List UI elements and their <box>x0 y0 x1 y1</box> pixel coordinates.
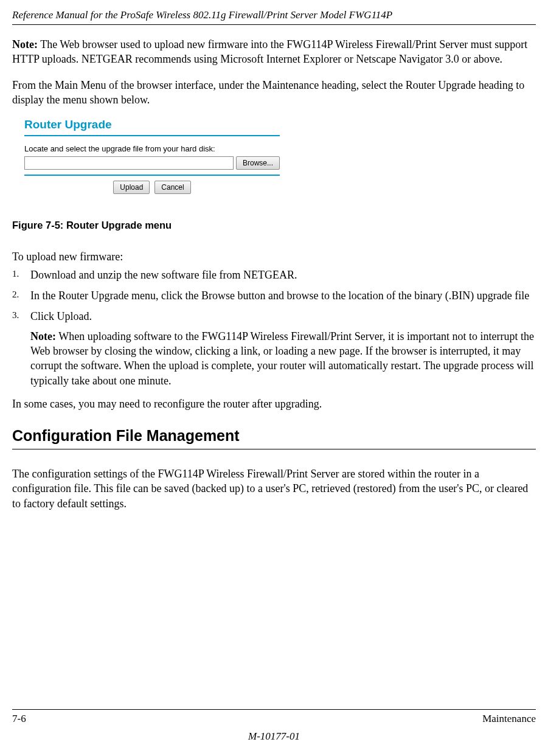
paragraph-3: The configuration settings of the FWG114… <box>12 466 536 511</box>
footer-row: 7-6 Maintenance <box>12 709 536 726</box>
step-number: 1. <box>12 268 30 282</box>
router-upgrade-title: Router Upgrade <box>24 117 280 136</box>
note-label: Note: <box>12 38 38 50</box>
list-item: 2. In the Router Upgrade menu, click the… <box>12 288 536 303</box>
step-number: 2. <box>12 288 30 303</box>
step-text: Download and unzip the new software file… <box>30 268 536 282</box>
file-input-row: Browse... <box>24 156 280 176</box>
page-number: 7-6 <box>12 712 26 726</box>
note-paragraph: Note: The Web browser used to upload new… <box>12 37 536 67</box>
step-note-label: Note: <box>30 330 56 342</box>
list-intro: To upload new firmware: <box>12 249 536 264</box>
step-number: 3. <box>12 309 30 387</box>
step-note: Note: When uploading software to the FWG… <box>30 329 536 388</box>
figure-caption: Figure 7-5: Router Upgrade menu <box>12 218 536 232</box>
paragraph-1: From the Main Menu of the browser interf… <box>12 78 536 108</box>
browse-button[interactable]: Browse... <box>236 156 280 170</box>
router-upgrade-instruction: Locate and select the upgrade file from … <box>24 144 280 154</box>
step-text: Click Upload. <box>30 309 536 324</box>
step-content: Click Upload. Note: When uploading softw… <box>30 309 536 387</box>
section-name: Maintenance <box>482 712 536 726</box>
note-text: The Web browser used to upload new firmw… <box>12 38 527 65</box>
steps-list: 1. Download and unzip the new software f… <box>12 268 536 388</box>
page-footer: 7-6 Maintenance M-10177-01 <box>12 709 536 744</box>
header-title: Reference Manual for the ProSafe Wireles… <box>12 9 392 21</box>
upload-button[interactable]: Upload <box>113 181 150 194</box>
step-note-text: When uploading software to the FWG114P W… <box>30 330 534 387</box>
router-upgrade-panel: Router Upgrade Locate and select the upg… <box>24 117 280 194</box>
list-item: 3. Click Upload. Note: When uploading so… <box>12 309 536 387</box>
document-number: M-10177-01 <box>12 730 536 744</box>
paragraph-2: In some cases, you may need to reconfigu… <box>12 397 536 411</box>
cancel-button[interactable]: Cancel <box>154 181 190 194</box>
list-item: 1. Download and unzip the new software f… <box>12 268 536 282</box>
step-text: In the Router Upgrade menu, click the Br… <box>30 288 536 303</box>
file-path-input[interactable] <box>24 156 234 170</box>
section-heading: Configuration File Management <box>12 426 536 449</box>
action-button-row: Upload Cancel <box>24 181 280 194</box>
page-header: Reference Manual for the ProSafe Wireles… <box>12 9 536 25</box>
